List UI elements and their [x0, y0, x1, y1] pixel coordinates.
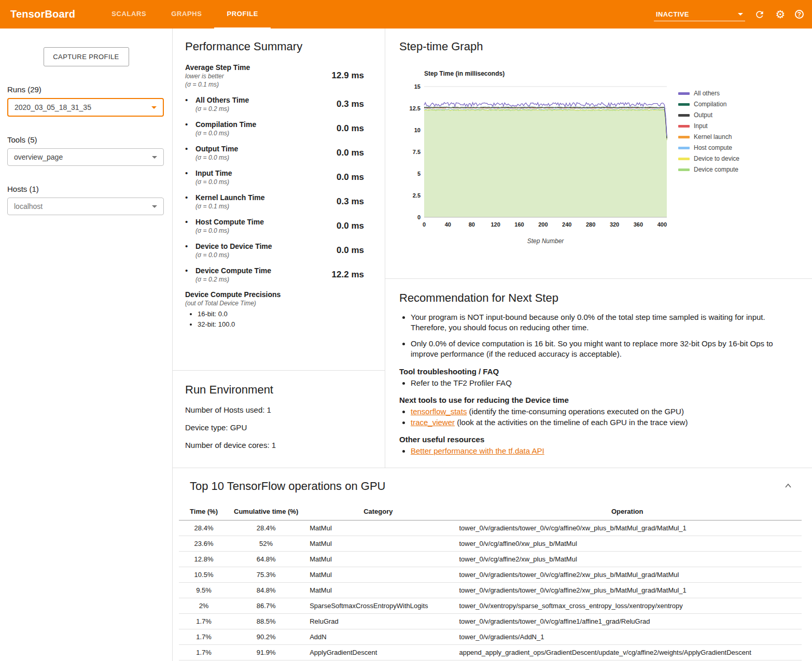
table-row: 1.7%88.5%ReluGradtower_0/v/gradients/tow… [179, 614, 802, 629]
recommendation-heading: Other useful resources [399, 435, 791, 444]
metric-sigma: (σ = 0.0 ms) [195, 129, 256, 137]
metric-text: Output Time(σ = 0.0 ms) [195, 144, 238, 162]
table-row: 2%86.7%SparseSoftmaxCrossEntropyWithLogi… [179, 598, 802, 614]
metric-sigma: (σ = 0.0 ms) [195, 251, 272, 259]
runs-select[interactable]: 2020_03_05_18_31_35 [7, 98, 164, 117]
metric-row: •Compilation Time(σ = 0.0 ms)0.0 ms [185, 120, 385, 137]
metric-left: •Kernel Launch Time(σ = 0.1 ms) [185, 193, 265, 210]
metric-text: Kernel Launch Time(σ = 0.1 ms) [195, 193, 265, 210]
metric-text: Compilation Time(σ = 0.0 ms) [195, 120, 256, 137]
ops-table: Time (%)Cumulative time (%)CategoryOpera… [179, 503, 802, 660]
column-header: Category [303, 503, 453, 521]
svg-text:120: 120 [491, 221, 500, 228]
table-cell: tower_0/v/cg/affine0/xw_plus_b/MatMul [453, 536, 802, 552]
help-icon[interactable]: ? [795, 10, 804, 19]
metric-value: 0.3 ms [337, 99, 385, 109]
legend-swatch [678, 103, 690, 106]
tools-select[interactable]: overview_page [7, 148, 164, 166]
recommendation-bullet: Only 0.0% of device computation is 16 bi… [411, 339, 791, 359]
table-cell: 86.7% [229, 598, 303, 614]
precision-item: 32-bit: 100.0 [198, 320, 385, 328]
metric-label: Output Time [195, 144, 238, 153]
table-cell: MatMul [303, 567, 453, 583]
step-time-graph-title: Step-time Graph [399, 40, 812, 53]
table-cell: MatMul [303, 583, 453, 598]
legend-item: Device compute [678, 166, 739, 173]
chevron-down-icon [151, 106, 157, 109]
recommendation-list: Better performance with the tf.data API [399, 446, 791, 455]
bullet-icon: • [185, 193, 195, 210]
metric-row: •Device Compute Time(σ = 0.2 ms)12.2 ms [185, 266, 385, 284]
left-column: Performance Summary Average Step Timelow… [173, 29, 385, 468]
table-cell: AddN [303, 629, 453, 645]
legend-label: Output [694, 111, 712, 119]
table-cell: tower_0/v/gradients/tower_0/v/cg/affine1… [453, 614, 802, 629]
table-cell: tower_0/v/cg/affine2/xw_plus_b/MatMul [453, 552, 802, 567]
refresh-icon[interactable] [753, 8, 766, 21]
chart-wrap: Step Time (in milliseconds)02.557.51012.… [402, 68, 812, 252]
table-cell: 75.3% [229, 567, 303, 583]
legend-label: Input [694, 122, 708, 130]
link-trace-viewer[interactable]: trace_viewer [411, 418, 455, 427]
step-time-chart: Step Time (in milliseconds)02.557.51012.… [402, 68, 672, 252]
capture-profile-button[interactable]: CAPTURE PROFILE [44, 47, 129, 66]
tab-profile[interactable]: PROFILE [214, 0, 271, 29]
recommendation-title: Recommendation for Next Step [399, 291, 791, 305]
legend-item: Output [678, 111, 739, 119]
status-dropdown[interactable]: INACTIVE [654, 8, 745, 21]
metric-text: Device to Device Time(σ = 0.0 ms) [195, 242, 272, 259]
bullet-icon: • [185, 217, 195, 235]
table-cell: 2% [179, 598, 229, 614]
settings-gear-icon[interactable]: ⚙ [774, 8, 787, 21]
legend-label: Device to device [694, 155, 739, 162]
recommendation-list: Refer to the TF2 Profiler FAQ [399, 378, 791, 387]
table-cell: tower_0/v/gradients/tower_0/v/cg/affine2… [453, 583, 802, 598]
metric-label: Compilation Time [195, 120, 256, 129]
metrics-list: Average Step Timelower is better(σ = 0.1… [185, 63, 385, 284]
legend-swatch [678, 147, 690, 149]
legend-label: Kernel launch [694, 133, 732, 140]
page-content: CAPTURE PROFILE Runs (29) 2020_03_05_18_… [0, 29, 812, 661]
tab-graphs[interactable]: GRAPHS [159, 0, 214, 29]
table-cell: 28.4% [179, 521, 229, 536]
tab-scalars[interactable]: SCALARS [99, 0, 159, 29]
collapse-section-button[interactable] [782, 481, 794, 493]
legend-swatch [678, 92, 690, 95]
run-environment-title: Run Environment [185, 383, 385, 397]
svg-text:5: 5 [417, 171, 421, 177]
top-grid: Performance Summary Average Step Timelow… [173, 29, 812, 468]
bullet-icon: • [185, 144, 195, 162]
table-cell: 64.8% [229, 552, 303, 567]
legend-label: Host compute [694, 144, 732, 151]
tools-label: Tools (5) [7, 135, 172, 144]
svg-text:200: 200 [538, 221, 548, 228]
table-cell: 23.6% [179, 536, 229, 552]
metric-label: Average Step Time [185, 63, 250, 72]
svg-text:7.5: 7.5 [413, 149, 421, 155]
table-cell: 1.7% [179, 645, 229, 660]
metric-left: •Output Time(σ = 0.0 ms) [185, 144, 238, 162]
metric-label: Device Compute Time [195, 266, 271, 275]
chevron-down-icon [152, 156, 157, 159]
link-better-performance-with-the-tf-data-api[interactable]: Better performance with the tf.data API [411, 446, 544, 455]
run-environment-line: Number of device cores: 1 [185, 441, 385, 449]
metric-sigma: (σ = 0.0 ms) [195, 178, 232, 186]
metric-value: 0.0 ms [337, 148, 385, 158]
metric-text: Device Compute Time(σ = 0.2 ms) [195, 266, 271, 284]
chevron-down-icon [738, 13, 743, 16]
metric-row: •Device to Device Time(σ = 0.0 ms)0.0 ms [185, 242, 385, 259]
recommendation-list: tensorflow_stats (identify the time-cons… [399, 407, 791, 427]
metric-sigma: (σ = 0.2 ms) [195, 105, 249, 113]
bullet-icon: • [185, 120, 195, 137]
recommendation-heading: Next tools to use for reducing the Devic… [399, 396, 791, 404]
legend-label: Device compute [694, 166, 738, 173]
metric-left: •All Others Time(σ = 0.2 ms) [185, 95, 249, 113]
tools-select-value: overview_page [14, 153, 63, 161]
hosts-select[interactable]: localhost [7, 198, 164, 215]
performance-summary-title: Performance Summary [185, 40, 385, 53]
header-tabs: SCALARSGRAPHSPROFILE [99, 0, 271, 29]
link-tensorflow-stats[interactable]: tensorflow_stats [411, 407, 467, 416]
run-environment-line: Device type: GPU [185, 423, 385, 432]
bullet-icon: • [185, 168, 195, 186]
precisions-subtitle: (out of Total Device Time) [185, 300, 385, 307]
